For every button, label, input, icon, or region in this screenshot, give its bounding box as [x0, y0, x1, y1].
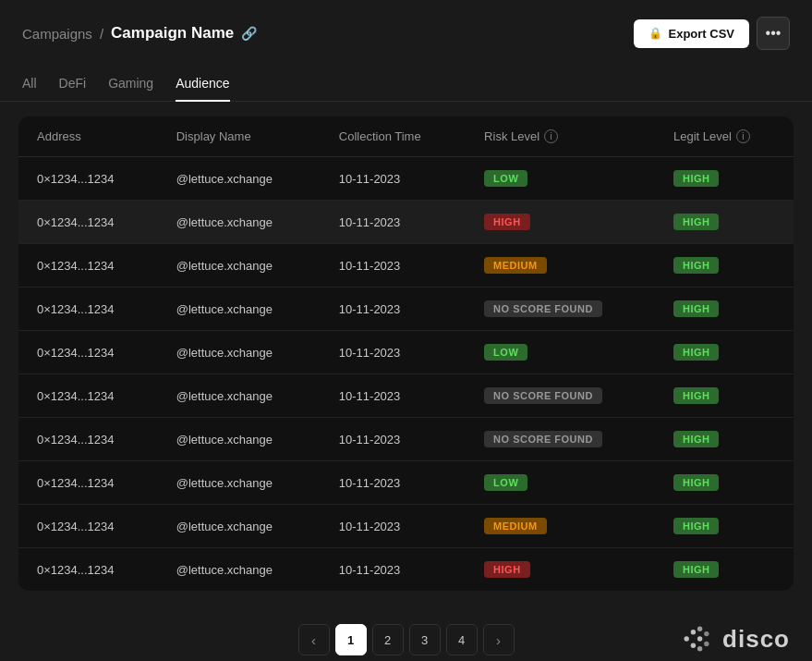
cell-display-name: @lettuce.xchange: [158, 201, 321, 244]
cell-collection-time: 10-11-2023: [321, 418, 466, 461]
cell-address: 0×1234...1234: [18, 548, 158, 592]
risk-badge: MEDIUM: [484, 518, 547, 534]
cell-collection-time: 10-11-2023: [321, 288, 466, 331]
cell-address: 0×1234...1234: [18, 331, 158, 374]
cell-risk-level: NO SCORE FOUND: [466, 418, 655, 461]
cell-address: 0×1234...1234: [18, 244, 158, 288]
cell-collection-time: 10-11-2023: [321, 157, 466, 201]
footer-logo: disco: [680, 622, 790, 655]
cell-display-name: @lettuce.xchange: [158, 331, 321, 374]
svg-point-2: [691, 643, 696, 648]
cell-address: 0×1234...1234: [18, 418, 158, 461]
cell-display-name: @lettuce.xchange: [158, 548, 321, 592]
col-risk-level: Risk Level i: [466, 116, 655, 157]
data-table-container: Address Display Name Collection Time Ris…: [18, 116, 794, 591]
legit-level-label: Legit Level: [673, 129, 732, 143]
export-csv-button[interactable]: 🔒 Export CSV: [634, 19, 749, 48]
tab-gaming[interactable]: Gaming: [108, 67, 153, 102]
risk-level-label: Risk Level: [484, 129, 539, 143]
pagination-next-button[interactable]: ›: [483, 624, 515, 655]
cell-display-name: @lettuce.xchange: [158, 288, 321, 331]
cell-risk-level: MEDIUM: [466, 244, 655, 288]
table-header-row: Address Display Name Collection Time Ris…: [18, 116, 794, 157]
cell-legit-level: HIGH: [655, 157, 794, 201]
cell-display-name: @lettuce.xchange: [158, 244, 321, 288]
cell-collection-time: 10-11-2023: [321, 201, 466, 244]
legit-badge: HIGH: [673, 257, 720, 274]
pagination-page-3[interactable]: 3: [409, 624, 441, 655]
cell-legit-level: HIGH: [655, 418, 794, 461]
legit-badge: HIGH: [673, 561, 720, 578]
risk-badge: HIGH: [484, 214, 530, 230]
svg-point-3: [697, 627, 702, 631]
cell-legit-level: HIGH: [655, 288, 794, 331]
cell-address: 0×1234...1234: [18, 201, 158, 244]
risk-badge: NO SCORE FOUND: [484, 431, 602, 447]
pagination-page-4[interactable]: 4: [446, 624, 478, 655]
disco-dots-icon: [680, 622, 713, 655]
table-row: 0×1234...1234 @lettuce.xchange 10-11-202…: [18, 288, 794, 331]
svg-point-5: [697, 646, 702, 651]
svg-point-1: [691, 630, 696, 634]
table-row: 0×1234...1234 @lettuce.xchange 10-11-202…: [18, 374, 794, 418]
tab-defi[interactable]: DeFi: [59, 67, 87, 102]
link-icon[interactable]: 🔗: [241, 26, 257, 41]
cell-risk-level: HIGH: [466, 201, 655, 244]
breadcrumb-campaigns[interactable]: Campaigns: [22, 26, 92, 42]
pagination-prev-button[interactable]: ‹: [298, 624, 330, 655]
cell-address: 0×1234...1234: [18, 157, 158, 201]
cell-address: 0×1234...1234: [18, 374, 158, 418]
cell-risk-level: NO SCORE FOUND: [466, 288, 655, 331]
more-options-button[interactable]: •••: [757, 17, 790, 50]
risk-badge: MEDIUM: [484, 257, 547, 274]
cell-risk-level: MEDIUM: [466, 505, 655, 548]
col-collection-time: Collection Time: [321, 116, 466, 157]
cell-legit-level: HIGH: [655, 244, 794, 288]
table-row: 0×1234...1234 @lettuce.xchange 10-11-202…: [18, 418, 794, 461]
legit-level-info-icon[interactable]: i: [736, 129, 750, 143]
breadcrumb-sep: /: [100, 26, 103, 42]
cell-risk-level: LOW: [466, 157, 655, 201]
data-table: Address Display Name Collection Time Ris…: [18, 116, 794, 591]
risk-badge: NO SCORE FOUND: [484, 387, 602, 404]
legit-badge: HIGH: [673, 214, 720, 230]
cell-display-name: @lettuce.xchange: [158, 374, 321, 418]
risk-badge: NO SCORE FOUND: [484, 300, 602, 317]
table-row: 0×1234...1234 @lettuce.xchange 10-11-202…: [18, 505, 794, 548]
cell-legit-level: HIGH: [655, 331, 794, 374]
lock-icon: 🔒: [648, 27, 662, 40]
more-icon: •••: [766, 25, 782, 42]
legit-badge: HIGH: [673, 170, 720, 187]
brand-name: disco: [722, 625, 790, 654]
cell-risk-level: LOW: [466, 331, 655, 374]
tab-audience[interactable]: Audience: [176, 67, 229, 102]
table-row: 0×1234...1234 @lettuce.xchange 10-11-202…: [18, 201, 794, 244]
pagination-page-1[interactable]: 1: [335, 624, 367, 655]
cell-address: 0×1234...1234: [18, 505, 158, 548]
cell-collection-time: 10-11-2023: [321, 331, 466, 374]
legit-badge: HIGH: [673, 344, 720, 361]
cell-display-name: @lettuce.xchange: [158, 157, 321, 201]
cell-display-name: @lettuce.xchange: [158, 418, 321, 461]
legit-badge: HIGH: [673, 474, 720, 491]
export-label: Export CSV: [668, 27, 734, 41]
page-title: Campaign Name: [111, 24, 234, 43]
risk-level-info-icon[interactable]: i: [544, 129, 558, 143]
cell-risk-level: NO SCORE FOUND: [466, 374, 655, 418]
legit-badge: HIGH: [673, 431, 720, 447]
cell-legit-level: HIGH: [655, 548, 794, 592]
cell-display-name: @lettuce.xchange: [158, 461, 321, 505]
tabs: All DeFi Gaming Audience: [0, 67, 812, 102]
header-actions: 🔒 Export CSV •••: [634, 17, 790, 50]
table-row: 0×1234...1234 @lettuce.xchange 10-11-202…: [18, 461, 794, 505]
svg-point-7: [704, 642, 709, 646]
cell-risk-level: HIGH: [466, 548, 655, 592]
cell-display-name: @lettuce.xchange: [158, 505, 321, 548]
table-row: 0×1234...1234 @lettuce.xchange 10-11-202…: [18, 244, 794, 288]
pagination-page-2[interactable]: 2: [372, 624, 404, 655]
col-legit-level: Legit Level i: [655, 116, 794, 157]
cell-legit-level: HIGH: [655, 374, 794, 418]
tab-all[interactable]: All: [22, 67, 37, 102]
cell-legit-level: HIGH: [655, 201, 794, 244]
risk-badge: LOW: [484, 170, 527, 187]
